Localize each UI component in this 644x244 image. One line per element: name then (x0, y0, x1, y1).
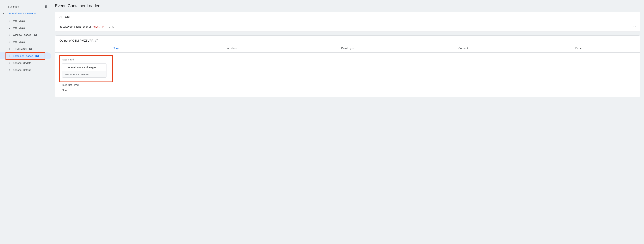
event-index: 6 (8, 33, 10, 36)
sidebar-event-item[interactable]: 8web_vitals (0, 17, 51, 24)
help-icon[interactable]: ? (95, 39, 98, 42)
event-list: 8web_vitals7web_vitals6Window Loaded5web… (0, 17, 51, 73)
tab-data-layer[interactable]: Data Layer (290, 44, 405, 52)
code-badge-icon (34, 34, 37, 36)
group-label: Core Web Vitals measurem… (6, 12, 49, 15)
event-index: 5 (8, 40, 10, 43)
sidebar: Summary Core Web Vitals measurem… 8web_v… (0, 0, 51, 244)
fired-tag-card[interactable]: Core Web Vitals - All Pages Web Vitals -… (62, 63, 106, 78)
tab-consent[interactable]: Consent (405, 44, 521, 52)
event-index: 7 (8, 26, 10, 29)
event-label: DOM Ready (13, 47, 27, 50)
tab-errors[interactable]: Errors (521, 44, 637, 52)
api-call-title: API Call (55, 12, 640, 22)
page-title: Event: Container Loaded (55, 3, 640, 8)
code-badge-icon (29, 48, 32, 50)
tags-fired-label: Tags Fired (62, 58, 633, 61)
event-label: Consent Update (13, 61, 31, 64)
tags-not-fired-label: Tags Not Fired (62, 83, 633, 86)
event-label: Consent Default (13, 68, 31, 71)
sidebar-event-item[interactable]: 4DOM Ready (0, 45, 51, 52)
output-title-row: Output of GTM-PMZ5VPR ? (55, 36, 640, 44)
clear-events-icon[interactable] (44, 4, 48, 8)
tags-not-fired-block: Tags Not Fired None (60, 82, 636, 93)
api-call-card: API Call dataLayer.push({event: "gtm.js"… (55, 12, 640, 32)
event-index: 3 (8, 55, 10, 57)
summary-label: Summary (8, 5, 19, 8)
code-badge-icon (36, 55, 38, 57)
event-label: Container Loaded (13, 54, 33, 57)
event-label: Window Loaded (13, 33, 31, 36)
event-index: 2 (8, 62, 10, 64)
output-card: Output of GTM-PMZ5VPR ? TagsVariablesDat… (55, 35, 640, 97)
collapse-icon (2, 13, 4, 14)
sidebar-event-item[interactable]: 5web_vitals (0, 38, 51, 45)
event-index: 8 (8, 19, 10, 22)
main-content: Event: Container Loaded API Call dataLay… (51, 0, 644, 244)
tags-fired-block: Tags Fired Core Web Vitals - All Pages W… (60, 56, 636, 80)
event-index: 4 (8, 48, 10, 50)
event-label: web_vitals (13, 26, 25, 29)
event-label: web_vitals (13, 40, 25, 43)
chevron-down-icon[interactable] (633, 25, 636, 28)
tab-tags[interactable]: Tags (58, 44, 174, 52)
sidebar-event-item[interactable]: 3Container Loaded (0, 52, 51, 59)
event-index: 1 (8, 69, 10, 71)
fired-tag-name: Core Web Vitals - All Pages (62, 63, 106, 71)
event-label: web_vitals (13, 19, 25, 22)
output-title: Output of GTM-PMZ5VPR (60, 39, 94, 42)
fired-tag-status: Web Vitals - Succeeded (62, 71, 106, 77)
sidebar-event-item[interactable]: 7web_vitals (0, 24, 51, 31)
tab-variables[interactable]: Variables (174, 44, 290, 52)
sidebar-group[interactable]: Core Web Vitals measurem… (0, 10, 51, 17)
api-call-row[interactable]: dataLayer.push({event: "gtm.js", ...}) (55, 22, 640, 31)
sidebar-summary-row[interactable]: Summary (0, 3, 51, 10)
sidebar-event-item[interactable]: 2Consent Update (0, 59, 51, 66)
svg-rect-0 (47, 6, 48, 6)
sidebar-event-item[interactable]: 1Consent Default (0, 66, 51, 73)
sidebar-event-item[interactable]: 6Window Loaded (0, 31, 51, 38)
tabs: TagsVariablesData LayerConsentErrors (55, 44, 640, 52)
tags-not-fired-value: None (62, 89, 633, 92)
svg-rect-2 (47, 7, 47, 7)
svg-rect-1 (47, 6, 47, 6)
api-call-code: dataLayer.push({event: "gtm.js", ...}) (60, 25, 114, 28)
output-body: Tags Fired Core Web Vitals - All Pages W… (55, 52, 640, 97)
